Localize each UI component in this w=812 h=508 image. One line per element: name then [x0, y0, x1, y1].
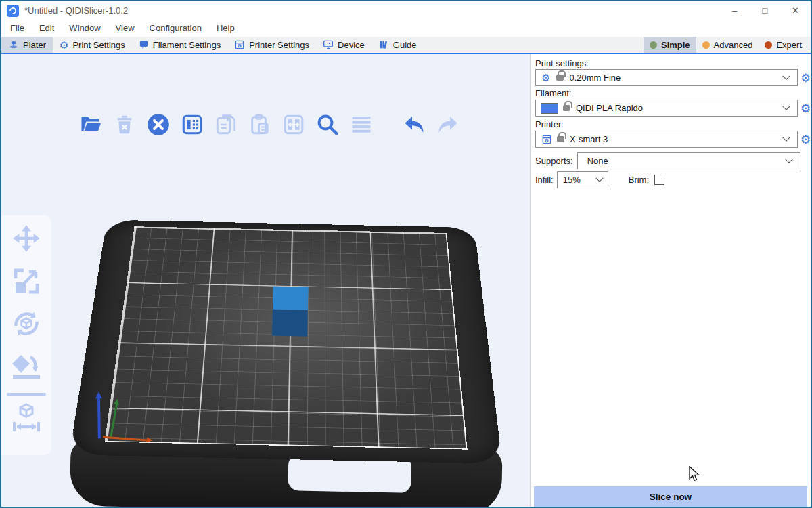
menu-edit[interactable]: Edit: [32, 23, 62, 33]
search-icon[interactable]: [315, 112, 340, 137]
lock-icon: [563, 105, 570, 111]
tab-label: Printer Settings: [249, 40, 309, 50]
axis-y-icon: [110, 404, 118, 439]
tab-guide[interactable]: Guide: [371, 37, 424, 53]
mode-advanced[interactable]: Advanced: [696, 37, 759, 53]
window-title: *Untitled - QIDISlicer-1.0.2: [24, 5, 128, 16]
infill-dropdown[interactable]: 15%: [557, 171, 608, 188]
move-icon: [9, 221, 44, 256]
menu-view[interactable]: View: [108, 23, 142, 33]
supports-value: None: [587, 156, 786, 166]
plater-icon: [8, 39, 19, 50]
tab-plater[interactable]: Plater: [1, 37, 53, 53]
model-cube-front-face[interactable]: [272, 310, 308, 337]
mode-simple[interactable]: Simple: [644, 37, 696, 53]
gear-icon: ⚙: [60, 40, 68, 50]
printer-label: Printer:: [535, 119, 564, 129]
split-objects-icon: [281, 112, 307, 137]
infill-value: 15%: [563, 175, 597, 185]
tab-device[interactable]: Device: [316, 37, 371, 53]
menu-help[interactable]: Help: [209, 23, 242, 33]
tab-filament-settings[interactable]: Filament Settings: [132, 37, 227, 53]
open-folder-icon[interactable]: [78, 112, 104, 137]
advanced-dot-icon: [702, 41, 710, 49]
menu-window[interactable]: Window: [62, 23, 108, 33]
viewport-3d[interactable]: [1, 54, 530, 507]
menu-configuration[interactable]: Configuration: [142, 23, 209, 33]
chevron-down-icon: [782, 102, 790, 110]
minimize-button[interactable]: –: [719, 1, 750, 20]
tab-label: Print Settings: [72, 40, 125, 50]
measure-icon: [9, 401, 44, 436]
filament-icon: [139, 40, 149, 50]
tab-printer-settings[interactable]: Printer Settings: [227, 37, 316, 53]
menu-bar: File Edit Window View Configuration Help: [1, 20, 811, 37]
printer-bed-handle-cutout: [288, 454, 411, 493]
mode-label: Simple: [661, 40, 690, 50]
chevron-down-icon: [782, 72, 790, 79]
delete-icon: [112, 112, 137, 137]
lock-icon: [557, 136, 564, 142]
qidislicer-window: { "window": { "title": "*Untitled - QIDI…: [0, 0, 812, 508]
mode-label: Advanced: [714, 40, 753, 50]
brim-checkbox[interactable]: [654, 175, 664, 185]
supports-label: Supports:: [535, 156, 573, 166]
mode-expert[interactable]: Expert: [759, 37, 808, 53]
app-logo-icon: [7, 5, 19, 17]
simple-dot-icon: [650, 41, 657, 49]
copy-icon: [213, 112, 239, 137]
printer-dropdown[interactable]: X-smart 3: [535, 131, 798, 148]
tab-label: Plater: [23, 40, 46, 50]
axis-x-icon: [103, 436, 148, 442]
object-manipulation-toolbar: [1, 215, 51, 455]
model-cube-top-face[interactable]: [273, 287, 309, 310]
brim-label: Brim:: [629, 175, 649, 185]
printer-bed-front: [70, 439, 503, 507]
mode-label: Expert: [776, 40, 802, 50]
supports-dropdown[interactable]: None: [577, 152, 800, 169]
chevron-down-icon: [782, 133, 790, 141]
print-settings-label: Print settings:: [535, 58, 589, 68]
chevron-down-icon: [595, 174, 603, 182]
device-monitor-icon: [323, 39, 334, 50]
printer-bed-body: [69, 220, 502, 464]
chevron-down-icon: [785, 155, 792, 163]
delete-all-icon[interactable]: [145, 112, 171, 137]
tab-bar: Plater ⚙ Print Settings Filament Setting…: [1, 37, 811, 53]
edit-filament-gear-icon[interactable]: ⚙: [800, 102, 811, 116]
variable-layer-height-icon: [348, 112, 374, 137]
menu-file[interactable]: File: [3, 23, 32, 33]
print-settings-dropdown[interactable]: ⚙ 0.20mm Fine: [535, 69, 798, 86]
title-bar: *Untitled - QIDISlicer-1.0.2 – □ ✕: [1, 1, 811, 20]
rotate-icon: [9, 306, 44, 341]
redo-icon: [435, 112, 461, 137]
slice-now-button[interactable]: Slice now: [534, 486, 807, 507]
printer-value: X-smart 3: [570, 134, 784, 144]
axis-z-icon: [97, 398, 101, 438]
close-button[interactable]: ✕: [780, 1, 811, 20]
paste-icon: [247, 112, 273, 137]
tab-label: Filament Settings: [153, 40, 221, 50]
filament-dropdown[interactable]: QIDI PLA Rapido: [535, 100, 798, 117]
maximize-button[interactable]: □: [750, 1, 780, 20]
gear-icon: ⚙: [541, 72, 550, 84]
edit-printer-gear-icon[interactable]: ⚙: [800, 133, 811, 147]
filament-label: Filament:: [535, 88, 571, 98]
lock-icon: [556, 75, 564, 81]
books-icon: [378, 39, 389, 50]
filament-color-swatch: [541, 103, 558, 114]
main-toolbar: [78, 112, 461, 137]
arrange-icon[interactable]: [179, 112, 205, 137]
settings-panel: Print settings: ⚙ 0.20mm Fine ⚙ Filament…: [530, 54, 811, 507]
edit-print-settings-gear-icon[interactable]: ⚙: [800, 71, 811, 85]
scale-icon: [9, 263, 44, 299]
tab-print-settings[interactable]: ⚙ Print Settings: [53, 37, 132, 53]
print-settings-value: 0.20mm Fine: [569, 72, 784, 83]
printer-icon: [234, 39, 245, 50]
place-on-face-icon: [9, 349, 44, 384]
expert-dot-icon: [765, 41, 772, 49]
infill-label: Infill:: [535, 175, 554, 185]
printer-icon: [541, 134, 552, 145]
undo-icon[interactable]: [401, 112, 427, 137]
mouse-cursor-icon: [687, 466, 702, 482]
